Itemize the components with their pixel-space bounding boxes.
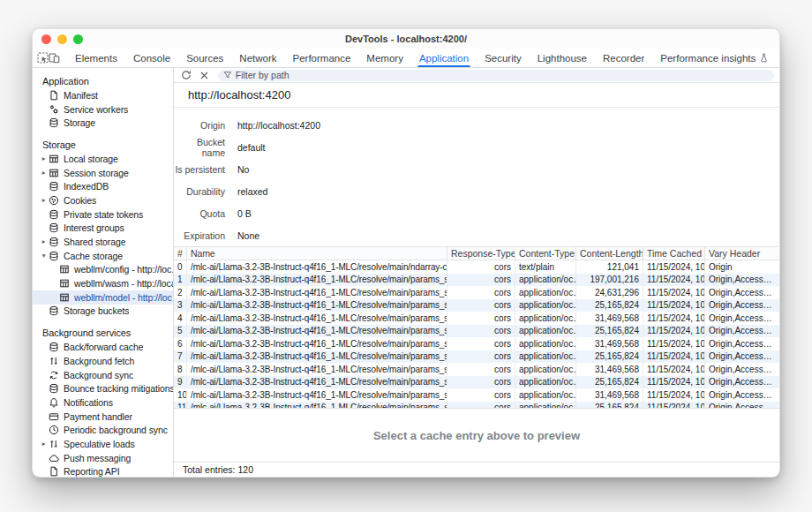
cell: application/oc… [515, 312, 576, 325]
sidebar-item-label: Background fetch [64, 356, 134, 366]
titlebar: DevTools - localhost:4200/ [33, 29, 779, 49]
sidebar-item-webllm-wasm-http-loca[interactable]: webllm/wasm - http://loca… [33, 276, 173, 290]
sidebar-item-cookies[interactable]: ▸Cookies [33, 193, 173, 207]
sidebar-item-speculative-loads[interactable]: ▸Speculative loads [33, 437, 173, 451]
column-header-content-length[interactable]: Content-Length [576, 247, 643, 260]
tab-lighthouse[interactable]: Lighthouse [530, 49, 595, 67]
refresh-icon[interactable] [177, 68, 195, 82]
cell: 11/15/2024, 10… [643, 337, 705, 350]
sidebar-item-payment-handler[interactable]: Payment handler [33, 410, 173, 424]
column-header-response-type[interactable]: Response-Type [447, 247, 515, 260]
cell: 197,001,216 [576, 274, 643, 287]
sidebar-item-background-fetch[interactable]: Background fetch [33, 354, 173, 368]
cell: application/oc… [515, 286, 576, 299]
close-window-button[interactable] [41, 34, 51, 44]
chevron-right-icon[interactable]: ▸ [39, 238, 49, 245]
meta-label: Is persistent [174, 164, 225, 175]
cache-entry-row[interactable]: 5/mlc-ai/Llama-3.2-3B-Instruct-q4f16_1-M… [174, 325, 779, 338]
clock-icon [49, 425, 59, 435]
cache-entry-row[interactable]: 6/mlc-ai/Llama-3.2-3B-Instruct-q4f16_1-M… [174, 337, 779, 350]
cell: /mlc-ai/Llama-3.2-3B-Instruct-q4f16_1-ML… [187, 274, 447, 287]
cell: /mlc-ai/Llama-3.2-3B-Instruct-q4f16_1-ML… [187, 299, 447, 312]
tab-network[interactable]: Network [231, 49, 284, 67]
tab-memory[interactable]: Memory [358, 49, 411, 67]
sidebar-item-service-workers[interactable]: Service workers [33, 102, 173, 117]
table-icon [49, 168, 59, 178]
sidebar-item-manifest[interactable]: Manifest [33, 88, 173, 102]
sidebar-item-label: Cache storage [64, 251, 123, 261]
cache-entry-row[interactable]: 0/mlc-ai/Llama-3.2-3B-Instruct-q4f16_1-M… [174, 260, 779, 274]
database-icon [49, 383, 59, 394]
sidebar-item-storage-buckets[interactable]: Storage buckets [33, 305, 173, 319]
sidebar-item-storage[interactable]: Storage [33, 116, 173, 130]
tab-console[interactable]: Console [125, 49, 178, 67]
cache-entry-row[interactable]: 4/mlc-ai/Llama-3.2-3B-Instruct-q4f16_1-M… [174, 312, 779, 325]
chevron-right-icon[interactable]: ▸ [39, 440, 49, 448]
cell: 11/15/2024, 10… [643, 274, 705, 287]
cloud-icon [49, 453, 59, 463]
sidebar-item-webllm-config-http-loc[interactable]: webllm/config - http://loc… [33, 263, 173, 277]
column-header-time-cached[interactable]: Time Cached [643, 247, 705, 260]
sidebar-item-label: Session storage [64, 168, 129, 178]
minimize-window-button[interactable] [57, 34, 67, 44]
cache-entry-row[interactable]: 1/mlc-ai/Llama-3.2-3B-Instruct-q4f16_1-M… [174, 274, 779, 287]
tab-recorder[interactable]: Recorder [595, 49, 652, 67]
sidebar-item-bounce-tracking-mitigations[interactable]: Bounce tracking mitigations [33, 381, 173, 395]
sidebar-item-interest-groups[interactable]: Interest groups [33, 222, 173, 236]
chevron-right-icon[interactable]: ▸ [39, 197, 49, 204]
chevron-down-icon[interactable]: ▾ [39, 252, 49, 260]
sidebar-item-reporting-api[interactable]: Reporting API [33, 465, 173, 478]
sidebar-item-local-storage[interactable]: ▸Local storage [33, 152, 173, 166]
cache-entry-row[interactable]: 2/mlc-ai/Llama-3.2-3B-Instruct-q4f16_1-M… [174, 286, 779, 299]
inspect-element-icon[interactable] [37, 49, 49, 67]
chevron-right-icon[interactable]: ▸ [39, 169, 49, 177]
cookie-icon [49, 195, 59, 206]
tab-performance[interactable]: Performance [285, 49, 359, 67]
window-title: DevTools - localhost:4200/ [33, 29, 779, 49]
funnel-icon [223, 71, 232, 79]
sidebar-item-shared-storage[interactable]: ▸Shared storage [33, 235, 173, 249]
tab-elements[interactable]: Elements [67, 49, 125, 67]
sidebar-item-back-forward-cache[interactable]: Back/forward cache [33, 340, 173, 354]
sidebar-item-webllm-model-http-loc[interactable]: webllm/model - http://loc… [33, 290, 173, 305]
cell: 1 [174, 274, 187, 287]
cache-entry-row[interactable]: 7/mlc-ai/Llama-3.2-3B-Instruct-q4f16_1-M… [174, 350, 779, 364]
delete-selected-icon[interactable] [195, 68, 213, 82]
cell: Origin,Access… [705, 312, 779, 325]
cache-entry-row[interactable]: 11/mlc-ai/Llama-3.2-3B-Instruct-q4f16_1-… [174, 402, 779, 409]
tab-application[interactable]: Application [411, 49, 477, 67]
document-icon [49, 90, 59, 101]
column-header-content-type[interactable]: Content-Type [515, 247, 576, 260]
cache-entry-row[interactable]: 10/mlc-ai/Llama-3.2-3B-Instruct-q4f16_1-… [174, 388, 779, 402]
zoom-window-button[interactable] [73, 34, 83, 44]
cache-entry-row[interactable]: 9/mlc-ai/Llama-3.2-3B-Instruct-q4f16_1-M… [174, 376, 779, 389]
sidebar-item-indexeddb[interactable]: IndexedDB [33, 179, 173, 193]
cell: 25,165,824 [576, 376, 643, 389]
filter-by-path-input[interactable] [236, 70, 769, 80]
tab-performance-insights[interactable]: Performance insights [652, 49, 777, 67]
chevron-right-icon[interactable]: ▸ [39, 155, 49, 162]
cell: 8 [174, 363, 187, 376]
meta-row-origin: Originhttp://localhost:4200 [174, 114, 779, 136]
column-header-name[interactable]: Name [187, 247, 447, 260]
cache-entry-row[interactable]: 3/mlc-ai/Llama-3.2-3B-Instruct-q4f16_1-M… [174, 299, 779, 312]
more-tabs-icon[interactable]: » [777, 51, 780, 64]
sidebar-item-session-storage[interactable]: ▸Session storage [33, 166, 173, 180]
sidebar-item-cache-storage[interactable]: ▾Cache storage [33, 249, 173, 263]
sidebar-item-background-sync[interactable]: Background sync [33, 368, 173, 382]
meta-label: Bucket name [174, 137, 225, 158]
filter-field[interactable] [218, 70, 774, 81]
device-toolbar-icon[interactable] [49, 49, 60, 67]
tab-sources[interactable]: Sources [178, 49, 231, 67]
sidebar-item-push-messaging[interactable]: Push messaging [33, 451, 173, 465]
column-header-vary-header[interactable]: Vary Header [705, 247, 779, 260]
sidebar-item-periodic-background-sync[interactable]: Periodic background sync [33, 423, 173, 437]
sidebar-item-private-state-tokens[interactable]: Private state tokens [33, 207, 173, 222]
cell: 25,165,824 [576, 299, 643, 312]
column-header-index[interactable]: # [174, 247, 187, 260]
cache-entry-row[interactable]: 8/mlc-ai/Llama-3.2-3B-Instruct-q4f16_1-M… [174, 363, 779, 376]
tab-security[interactable]: Security [477, 49, 530, 67]
origin-section-header[interactable]: http://localhost:4200 [174, 83, 779, 108]
sidebar-item-notifications[interactable]: Notifications [33, 395, 173, 410]
total-entries-label: Total entries: 120 [183, 464, 253, 475]
